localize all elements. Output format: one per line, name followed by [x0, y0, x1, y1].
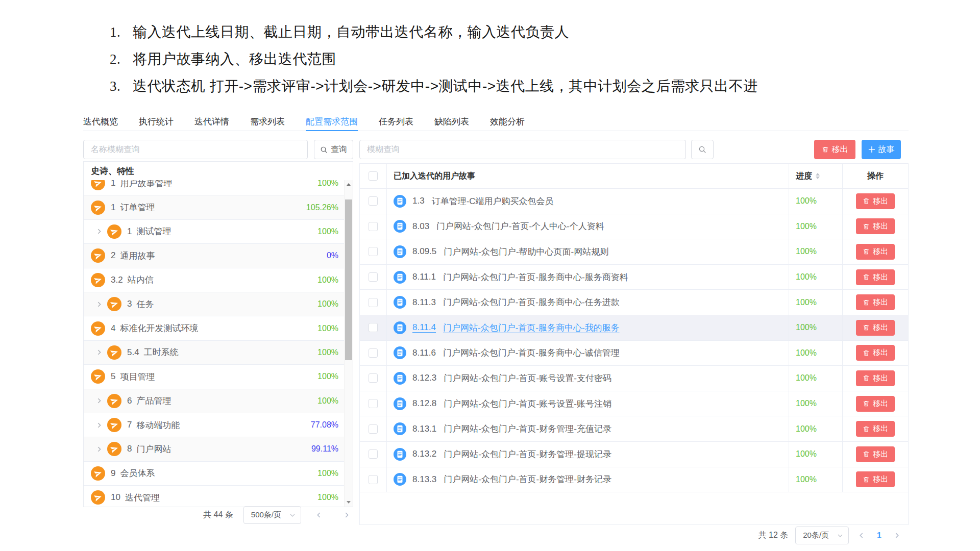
remove-story-button[interactable]: 移出	[856, 471, 895, 487]
tab-3[interactable]: 迭代详情	[194, 113, 229, 131]
row-checkbox[interactable]	[369, 424, 378, 434]
story-row[interactable]: 8.03门户网站-众包门户-首页-个人中心-个人资料100%移出	[360, 214, 908, 240]
tree-row[interactable]: 8门户网站99.11%	[84, 437, 345, 461]
tree-prev-page-button[interactable]	[313, 512, 324, 518]
tree-row[interactable]: 5.4工时系统100%	[84, 341, 345, 365]
tab-6[interactable]: 任务列表	[379, 113, 413, 131]
expand-toggle[interactable]	[96, 228, 103, 235]
remove-selected-button[interactable]: 移出	[814, 140, 855, 159]
story-row[interactable]: 8.13.3门户网站-众包门户-首页-财务管理-财务记录100%移出	[360, 467, 908, 493]
story-title-link[interactable]: 8.13.2门户网站-众包门户-首页-财务管理-提现记录	[412, 448, 611, 460]
story-title-link[interactable]: 8.11.6门户网站-众包门户-首页-服务商中心-诚信管理	[412, 347, 620, 359]
row-checkbox[interactable]	[369, 323, 378, 332]
story-title: 门户网站-众包门户-帮助中心页面-网站规则	[444, 246, 608, 258]
story-row[interactable]: 8.11.1门户网站-众包门户-首页-服务商中心-服务商资料100%移出	[360, 265, 908, 290]
tree-row[interactable]: 10迭代管理100%	[84, 486, 345, 507]
tree-row[interactable]: 3任务100%	[84, 292, 345, 316]
story-prev-page-button[interactable]	[856, 532, 867, 539]
remove-story-button[interactable]: 移出	[856, 370, 895, 386]
sort-carets-icon[interactable]	[816, 173, 820, 179]
tree-row[interactable]: 1测试管理100%	[84, 220, 345, 244]
tab-1[interactable]: 迭代概览	[83, 113, 118, 131]
row-checkbox[interactable]	[369, 222, 378, 231]
story-row[interactable]: 8.13.1门户网站-众包门户-首页-财务管理-充值记录100%移出	[360, 416, 908, 442]
story-row[interactable]: 8.11.6门户网站-众包门户-首页-服务商中心-诚信管理100%移出	[360, 341, 908, 366]
row-checkbox[interactable]	[369, 449, 378, 459]
story-title-link[interactable]: 8.11.4门户网站-众包门户-首页-服务商中心-我的服务	[412, 322, 620, 334]
expand-toggle[interactable]	[96, 446, 103, 453]
tree-row[interactable]: 4标准化开发测试环境100%	[84, 316, 345, 340]
tree-row[interactable]: 7移动端功能77.08%	[84, 413, 345, 437]
remove-story-button[interactable]: 移出	[856, 193, 895, 209]
story-title-link[interactable]: 8.13.3门户网站-众包门户-首页-财务管理-财务记录	[412, 473, 611, 485]
story-row[interactable]: 8.12.3门户网站-众包门户-首页-账号设置-支付密码100%移出	[360, 366, 908, 391]
story-title-link[interactable]: 8.03门户网站-众包门户-首页-个人中心-个人资料	[412, 220, 604, 232]
tree-row[interactable]: 5项目管理100%	[84, 365, 345, 389]
story-next-page-button[interactable]	[892, 532, 902, 539]
story-cell: 8.13.3门户网站-众包门户-首页-财务管理-财务记录	[387, 467, 789, 492]
story-search-input[interactable]	[359, 140, 686, 159]
story-title-link[interactable]: 8.11.3门户网站-众包门户-首页-服务商中心-任务进款	[412, 296, 620, 308]
tree-search-input[interactable]	[83, 140, 308, 159]
remove-story-button[interactable]: 移出	[856, 446, 895, 462]
story-title-link[interactable]: 1.3订单管理-C端用户购买众包会员	[412, 195, 554, 207]
remove-story-button[interactable]: 移出	[856, 269, 895, 285]
tree-row[interactable]: 1用户故事管理100%	[84, 180, 345, 195]
tree-row[interactable]: 3.2站内信100%	[84, 268, 345, 292]
story-doc-icon	[394, 397, 406, 410]
story-row[interactable]: 8.11.4门户网站-众包门户-首页-服务商中心-我的服务100%移出	[360, 315, 908, 341]
story-title-link[interactable]: 8.11.1门户网站-众包门户-首页-服务商中心-服务商资料	[412, 271, 628, 283]
story-title-link[interactable]: 8.12.3门户网站-众包门户-首页-账号设置-支付密码	[412, 372, 611, 384]
tab-8[interactable]: 效能分析	[490, 113, 525, 131]
story-title-link[interactable]: 8.13.1门户网站-众包门户-首页-财务管理-充值记录	[412, 423, 611, 435]
tab-7[interactable]: 缺陷列表	[434, 113, 469, 131]
story-row[interactable]: 8.11.3门户网站-众包门户-首页-服务商中心-任务进款100%移出	[360, 290, 908, 315]
tab-2[interactable]: 执行统计	[139, 113, 174, 131]
remove-story-button[interactable]: 移出	[856, 396, 895, 412]
row-checkbox[interactable]	[369, 196, 378, 206]
expand-toggle[interactable]	[96, 397, 103, 404]
story-row[interactable]: 8.12.8门户网站-众包门户-首页-账号设置-账号注销100%移出	[360, 391, 908, 417]
story-row[interactable]: 8.09.5门户网站-众包门户-帮助中心页面-网站规则100%移出	[360, 239, 908, 265]
story-title-link[interactable]: 8.09.5门户网站-众包门户-帮助中心页面-网站规则	[412, 246, 608, 258]
current-page-number[interactable]: 1	[874, 531, 885, 540]
select-all-cell	[360, 164, 387, 188]
scrollbar-thumb[interactable]	[345, 199, 352, 360]
story-title-link[interactable]: 8.12.8门户网站-众包门户-首页-账号设置-账号注销	[412, 398, 611, 410]
remove-story-button[interactable]: 移出	[856, 320, 895, 336]
story-row[interactable]: 1.3订单管理-C端用户购买众包会员100%移出	[360, 189, 908, 214]
story-row[interactable]: 8.13.2门户网站-众包门户-首页-财务管理-提现记录100%移出	[360, 442, 908, 467]
expand-toggle[interactable]	[96, 349, 103, 356]
tree-next-page-button[interactable]	[341, 512, 352, 518]
tree-search-button[interactable]: 查询	[314, 140, 353, 159]
story-id: 8.12.8	[412, 398, 436, 409]
tab-4[interactable]: 需求列表	[250, 113, 285, 131]
remove-story-button[interactable]: 移出	[856, 218, 895, 234]
row-checkbox[interactable]	[369, 399, 378, 408]
add-story-button[interactable]: 故事	[862, 140, 901, 159]
tab-5[interactable]: 配置需求范围	[306, 113, 358, 131]
row-checkbox[interactable]	[369, 475, 378, 484]
tree-row[interactable]: 2通用故事0%	[84, 244, 345, 268]
tree-row[interactable]: 6产品管理100%	[84, 389, 345, 413]
tree-page-size-select[interactable]: 500条/页	[243, 506, 301, 524]
row-checkbox[interactable]	[369, 373, 378, 383]
row-checkbox[interactable]	[369, 272, 378, 282]
remove-story-button[interactable]: 移出	[856, 244, 895, 260]
row-checkbox[interactable]	[369, 298, 378, 307]
row-checkbox[interactable]	[369, 247, 378, 256]
tree-row[interactable]: 1订单管理105.26%	[84, 195, 345, 219]
remove-story-button[interactable]: 移出	[856, 421, 895, 437]
expand-toggle[interactable]	[96, 422, 103, 429]
story-page-size-select[interactable]: 20条/页	[795, 527, 849, 544]
expand-toggle[interactable]	[96, 301, 103, 308]
tree-row[interactable]: 9会员体系100%	[84, 462, 345, 486]
note-text: 输入迭代上线日期、截止日期，自动带出迭代名称，输入迭代负责人	[133, 22, 569, 42]
remove-story-button[interactable]: 移出	[856, 294, 895, 310]
scroll-down-button[interactable]	[345, 498, 353, 507]
select-all-checkbox[interactable]	[369, 171, 378, 181]
story-search-button[interactable]	[691, 140, 714, 159]
remove-story-button[interactable]: 移出	[856, 345, 895, 361]
row-checkbox[interactable]	[369, 348, 378, 358]
scroll-up-button[interactable]	[345, 180, 353, 189]
